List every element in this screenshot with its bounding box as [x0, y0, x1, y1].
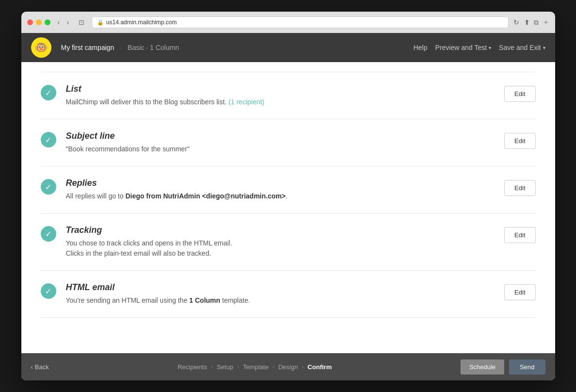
replies-check-icon: ✓: [41, 179, 56, 195]
save-button-label: Save and Exit: [499, 44, 541, 51]
list-description: MailChimp will deliver this to the Blog …: [66, 97, 495, 107]
breadcrumb-arrow-3: ›: [272, 363, 274, 370]
breadcrumb-arrow-2: ›: [237, 363, 239, 370]
replies-section: ✓ Replies All replies will go to Diego f…: [41, 166, 536, 213]
preview-button-label: Preview and Test: [435, 44, 487, 51]
reading-list-button[interactable]: ⧉: [534, 18, 539, 27]
logo-emoji: 🐵: [34, 41, 48, 54]
back-button-label: Back: [35, 363, 49, 371]
back-arrow-icon: ‹: [31, 363, 33, 371]
subject-title: Subject line: [66, 131, 495, 141]
app: 🐵 My first campaign · Basic · 1 Column H…: [21, 33, 555, 380]
tracking-title: Tracking: [66, 225, 495, 235]
subject-desc-text: "Book recommendations for the summer": [66, 145, 190, 153]
app-header: 🐵 My first campaign · Basic · 1 Column H…: [21, 33, 555, 62]
replies-edit-button[interactable]: Edit: [504, 180, 535, 196]
breadcrumb-recipients[interactable]: Recipients: [178, 363, 207, 371]
replies-content: Replies All replies will go to Diego fro…: [66, 178, 495, 201]
send-button[interactable]: Send: [509, 359, 545, 375]
footer-nav: ‹ Back Recipients › Setup › Template › D…: [21, 353, 555, 380]
breadcrumb-design[interactable]: Design: [278, 363, 297, 371]
save-chevron-icon: ▾: [543, 45, 545, 50]
tracking-content: Tracking You chose to track clicks and o…: [66, 225, 495, 259]
replies-desc-suffix: .: [286, 192, 288, 200]
list-check-icon: ✓: [41, 85, 56, 100]
replies-desc-prefix: All replies will go to: [66, 192, 126, 200]
tracking-section: ✓ Tracking You chose to track clicks and…: [41, 213, 536, 271]
address-bar[interactable]: 🔒 us14.admin.mailchimp.com: [92, 16, 509, 28]
preview-and-test-button[interactable]: Preview and Test ▾: [435, 44, 491, 51]
html-email-check-icon: ✓: [41, 283, 56, 299]
minimize-button[interactable]: [36, 19, 42, 25]
schedule-button[interactable]: Schedule: [461, 359, 504, 375]
subject-edit-button[interactable]: Edit: [504, 133, 535, 149]
tracking-edit-button[interactable]: Edit: [504, 227, 535, 243]
html-email-desc-prefix: You're sending an HTML email using the: [66, 296, 190, 304]
list-desc-prefix: MailChimp will deliver this to the Blog …: [66, 98, 229, 106]
html-email-bold-text: 1 Column: [189, 296, 220, 304]
browser-window: ‹ › ⊡ 🔒 us14.admin.mailchimp.com ↻ ⬆ ⧉ ＋…: [21, 12, 555, 380]
browser-nav-buttons: ‹ ›: [55, 17, 71, 27]
header-separator: ·: [120, 44, 122, 51]
new-tab-button[interactable]: ＋: [543, 18, 549, 27]
maximize-button[interactable]: [45, 19, 50, 25]
list-edit-button[interactable]: Edit: [504, 86, 535, 102]
back-button[interactable]: ‹ Back: [31, 363, 49, 371]
browser-chrome: ‹ › ⊡ 🔒 us14.admin.mailchimp.com ↻ ⬆ ⧉ ＋: [21, 12, 555, 33]
traffic-lights: [27, 19, 50, 25]
replies-bold-text: Diego from NutriAdmin <diego@nutriadmin.…: [125, 192, 285, 200]
tracking-line2: Clicks in the plain-text email will also…: [66, 248, 495, 259]
breadcrumb-setup[interactable]: Setup: [217, 363, 233, 371]
tracking-check-icon: ✓: [41, 226, 56, 242]
close-button[interactable]: [27, 19, 33, 25]
save-and-exit-button[interactable]: Save and Exit ▾: [499, 44, 545, 51]
html-email-content: HTML email You're sending an HTML email …: [66, 282, 495, 306]
footer-actions: Schedule Send: [461, 359, 545, 375]
list-content: List MailChimp will deliver this to the …: [66, 84, 495, 107]
url-text: us14.admin.mailchimp.com: [106, 19, 177, 26]
breadcrumb-confirm[interactable]: Confirm: [308, 363, 332, 371]
list-section: ✓ List MailChimp will deliver this to th…: [41, 72, 536, 119]
reload-button[interactable]: ↻: [513, 18, 519, 26]
html-email-section: ✓ HTML email You're sending an HTML emai…: [41, 271, 536, 318]
preview-chevron-icon: ▾: [489, 45, 491, 50]
subject-description: "Book recommendations for the summer": [66, 144, 495, 154]
header-right: Help Preview and Test ▾ Save and Exit ▾: [413, 44, 545, 51]
help-link[interactable]: Help: [413, 44, 428, 51]
replies-description: All replies will go to Diego from NutriA…: [66, 191, 495, 201]
html-email-description: You're sending an HTML email using the 1…: [66, 295, 495, 306]
html-email-desc-suffix: template.: [220, 296, 250, 304]
forward-nav-button[interactable]: ›: [64, 17, 71, 27]
replies-title: Replies: [66, 178, 495, 188]
tracking-description: You chose to track clicks and opens in t…: [66, 238, 495, 259]
template-name: Basic · 1 Column: [128, 44, 179, 51]
back-nav-button[interactable]: ‹: [55, 17, 63, 27]
campaign-name: My first campaign: [61, 44, 115, 51]
subject-check-icon: ✓: [41, 132, 56, 147]
html-email-title: HTML email: [66, 282, 495, 293]
mailchimp-logo: 🐵: [31, 37, 51, 58]
breadcrumb-template[interactable]: Template: [243, 363, 269, 371]
list-recipients-link[interactable]: (1 recipient): [229, 98, 264, 106]
header-nav: My first campaign · Basic · 1 Column: [61, 44, 413, 51]
list-title: List: [66, 84, 495, 94]
subject-content: Subject line "Book recommendations for t…: [66, 131, 495, 154]
browser-actions: ⬆ ⧉ ＋: [524, 18, 549, 27]
share-button[interactable]: ⬆: [524, 18, 530, 27]
tracking-line1: You chose to track clicks and opens in t…: [66, 238, 495, 248]
breadcrumb: Recipients › Setup › Template › Design ›…: [49, 363, 461, 371]
subject-line-section: ✓ Subject line "Book recommendations for…: [41, 119, 536, 166]
lock-icon: 🔒: [97, 19, 104, 26]
main-content: ✓ List MailChimp will deliver this to th…: [21, 62, 555, 353]
split-view-button[interactable]: ⊡: [76, 17, 87, 27]
breadcrumb-arrow-4: ›: [302, 363, 304, 370]
breadcrumb-arrow-1: ›: [211, 363, 213, 370]
html-email-edit-button[interactable]: Edit: [504, 284, 535, 300]
